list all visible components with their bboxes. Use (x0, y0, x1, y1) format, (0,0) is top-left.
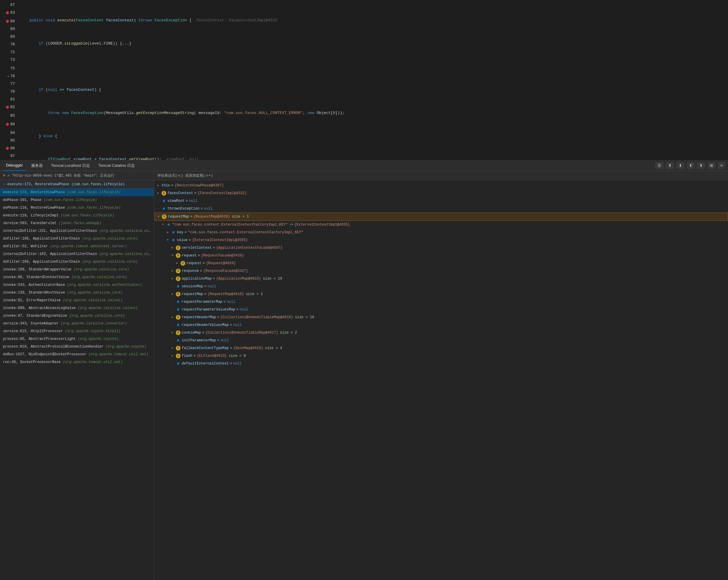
stack-frame[interactable]: doPhase:101, Phase (com.sun.faces.lifecy… (0, 196, 154, 204)
stack-frame[interactable]: execute:118, LifecycleImpl (com.sun.face… (0, 212, 154, 219)
stack-frame[interactable]: doRun:1627, NioEndpoint$SocketProcessor … (0, 350, 154, 358)
var-icon: i (176, 245, 181, 250)
tab-debugger[interactable]: Debugger (2, 160, 26, 171)
expand-icon[interactable] (172, 275, 176, 282)
toolbar-icon-2[interactable]: ⬆ (666, 162, 674, 169)
expand-icon[interactable] (172, 244, 176, 251)
stack-frame[interactable]: service:343, CoyoteAdapter (org.apache.c… (0, 320, 154, 327)
expand-icon[interactable] (158, 213, 162, 220)
var-request-inner[interactable]: i request = {Request@4629} (154, 259, 728, 267)
debugger-toolbar: Debugger 服务器 Tomcat Localhost 日志 Tomcat … (0, 160, 728, 171)
stack-frame[interactable]: process:65, AbstractProcessorLight (org.… (0, 335, 154, 343)
stack-frame[interactable]: doFilter:166, ApplicationFilterChain (or… (0, 258, 154, 266)
vars-tree[interactable]: this = {RestoreViewPhase@4387} i facesCo… (154, 181, 728, 580)
gutter-line: 90 (0, 121, 15, 128)
stack-frame[interactable]: service:593, FacesServlet (javax.faces.w… (0, 219, 154, 227)
var-cookiemap[interactable]: i cookieMap = {Collections$UnmodifiableM… (154, 329, 728, 337)
gutter-line: 96 (0, 144, 15, 152)
var-facescontext[interactable]: i facesContext = {FacesContextImpl@4532} (154, 189, 728, 197)
stack-frame[interactable]: invoke:96, StandardContextValve (org.apa… (0, 273, 154, 281)
var-icon: i (176, 269, 181, 273)
var-icon: ■ (176, 307, 181, 312)
var-request-outer[interactable]: i request = {RequestFacade@3426} (154, 252, 728, 259)
var-thrownexception[interactable]: ■ thrownException = null (154, 205, 728, 213)
gutter-line: 77 (0, 80, 15, 88)
expand-icon (172, 360, 176, 367)
code-editor: 67 63 68 69 69 70 71 73 75 →76 77 78 81 … (0, 0, 728, 160)
stack-items[interactable]: execute:173, RestoreViewPhase (com.sun.f… (0, 188, 154, 580)
code-content: public void execute(FacesContext facesCo… (17, 0, 728, 160)
expand-icon (172, 306, 176, 313)
stack-header-label: ✔ "http-nio-8050-exec-1"@2,465 在组 "main"… (7, 173, 114, 178)
expand-icon (157, 205, 161, 212)
stack-frame[interactable]: invoke:690, AbstractAccessLogValve (org.… (0, 304, 154, 312)
var-viewroot[interactable]: ■ viewRoot = null (154, 197, 728, 205)
stack-frame[interactable]: process:818, AbstractProtocol$Connection… (0, 343, 154, 350)
tab-tomcat-catalina[interactable]: Tomcat Catalina 日志 (95, 160, 138, 171)
var-requestheadervaluesmap[interactable]: ■ requestHeaderValuesMap = null (154, 321, 728, 329)
filter-icon[interactable]: ▼ (3, 174, 5, 178)
toolbar-icon-1[interactable]: ☰ (655, 162, 664, 169)
stack-frame[interactable]: doFilter:166, ApplicationFilterChain (or… (0, 235, 154, 242)
expand-icon[interactable] (162, 221, 166, 228)
stack-frame[interactable]: invoke:139, StandardHostValve (org.apach… (0, 289, 154, 296)
var-response[interactable]: i response = {ResponseFacade@3427} (154, 267, 728, 275)
var-key[interactable]: ■ key = "com.sun.faces.context.ExternalC… (154, 229, 728, 236)
stack-frame[interactable]: service:615, Http11Processor (org.apache… (0, 327, 154, 335)
var-requestparammap[interactable]: ■ requestParameterMap = null (154, 298, 728, 306)
var-applicationmap[interactable]: i applicationMap = {ApplicationMap@4615}… (154, 275, 728, 283)
expand-icon[interactable] (172, 268, 176, 274)
stack-frame[interactable]: internalDoFilter:231, ApplicationFilterC… (0, 227, 154, 235)
stack-frame[interactable]: run:49, SocketProcessorBase (org.apache.… (0, 358, 154, 366)
expand-icon[interactable] (157, 182, 161, 189)
var-servletcontext[interactable]: i servletContext = {ApplicationContextFa… (154, 244, 728, 252)
toolbar-icon-4[interactable]: ⬆ (687, 162, 695, 169)
current-frame: execute:173, RestoreViewPhase (com.sun.f… (7, 182, 125, 186)
gutter-line: 73 (0, 56, 15, 64)
gutter-line: 63 (0, 9, 15, 17)
stack-frame[interactable]: invoke:87, StandardEngineValve (org.apac… (0, 312, 154, 320)
var-requestparamvaluesmap[interactable]: ■ requestParameterValuesMap = null (154, 306, 728, 313)
stack-frame[interactable]: internalDoFilter:193, ApplicationFilterC… (0, 250, 154, 258)
var-this[interactable]: this = {RestoreViewPhase@4387} (154, 182, 728, 189)
toolbar-icon-3[interactable]: ⬇ (676, 162, 684, 169)
stack-frame-active[interactable]: execute:173, RestoreViewPhase (com.sun.f… (0, 188, 154, 196)
expand-icon[interactable] (176, 260, 181, 267)
expand-icon[interactable] (157, 190, 161, 196)
expand-icon[interactable] (172, 329, 176, 336)
stack-frame[interactable]: doPhase:116, RestoreViewPhase (com.sun.f… (0, 204, 154, 212)
stack-frame[interactable]: invoke:199, StandardWrapperValve (org.ap… (0, 266, 154, 273)
var-requestmap-inner[interactable]: i requestMap = {RequestMap@4610} size = … (154, 290, 728, 298)
var-requestheadermap[interactable]: i requestHeaderMap = {Collections$Unmodi… (154, 313, 728, 321)
expand-icon[interactable] (172, 345, 176, 351)
toolbar-icon-5[interactable]: ⬆ (697, 162, 705, 169)
stack-frame[interactable]: invoke:543, AuthenticatorBase (org.apach… (0, 281, 154, 289)
gutter-line: 97 (0, 152, 15, 160)
var-value[interactable]: ■ value = {ExternalContextImpl@4555} (154, 236, 728, 244)
stack-frame[interactable]: invoke:81, ErrorReportValve (org.apache.… (0, 296, 154, 304)
var-fallbackmap[interactable]: i fallbackContentTypeMap = {HashMap@4618… (154, 344, 728, 352)
gutter-line: 78 (0, 88, 15, 96)
tab-tomcat-localhost[interactable]: Tomcat Localhost 日志 (48, 160, 94, 171)
vars-panel: 评估表达式(≪) 或添加监视(≫+) this = {RestoreViewPh… (154, 171, 728, 580)
var-requestmap[interactable]: i requestMap = {RequestMap@4610} size = … (154, 213, 728, 221)
expand-icon[interactable] (172, 252, 176, 259)
expand-icon[interactable] (167, 229, 171, 236)
vars-header: 评估表达式(≪) 或添加监视(≫+) (154, 171, 728, 181)
expand-icon[interactable] (172, 314, 176, 321)
toolbar-icon-7[interactable]: ≡ (718, 162, 725, 169)
var-entry-key[interactable]: ■ "com.sun.faces.context.ExternalContext… (154, 221, 728, 229)
var-initparammap[interactable]: ■ initParameterMap = null (154, 337, 728, 344)
var-flash[interactable]: i flash = {ELFlash@4619} size = 0 (154, 352, 728, 360)
var-icon: ■ (166, 222, 171, 227)
expand-icon[interactable] (172, 291, 176, 297)
code-line: if (null == facesContext) { (20, 86, 728, 94)
toolbar-icon-6[interactable]: ⊞ (707, 162, 716, 169)
var-defaultexternalcontext[interactable]: ■ defaultExternalContext = null (154, 360, 728, 367)
expand-icon[interactable] (172, 353, 176, 359)
stack-frame[interactable]: doFilter:52, WsFilter (org.apache.tomcat… (0, 242, 154, 250)
var-sessionmap[interactable]: ■ sessionMap = null (154, 283, 728, 290)
tab-server[interactable]: 服务器 (28, 160, 46, 171)
expand-icon[interactable] (167, 237, 171, 243)
var-icon: i (176, 353, 181, 358)
